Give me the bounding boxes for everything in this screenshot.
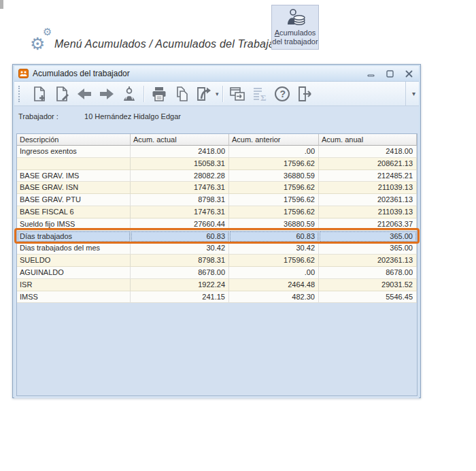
employee-search-button[interactable] (118, 84, 139, 104)
print-button[interactable] (148, 84, 169, 104)
column-header-acum-actual[interactable]: Acum. actual (131, 134, 229, 146)
table-row[interactable]: ISR1922.242464.4829031.52 (17, 279, 417, 291)
cell-actual: 28082.28 (131, 170, 229, 182)
svg-text:?: ? (280, 88, 286, 99)
column-header-acum-anual[interactable]: Acum. anual (319, 134, 417, 146)
table-row[interactable]: IMSS241.15482.305546.45 (17, 291, 417, 304)
cell-anual: 202361.13 (319, 255, 417, 267)
table-row[interactable]: Sueldo fijo IMSS27660.4436880.59212063.3… (17, 218, 417, 231)
summary-button: Σ (250, 84, 271, 104)
cell-desc: ISR (17, 279, 131, 291)
worker-line: Trabajador : 10 Hernández Hidalgo Edgar (18, 112, 181, 120)
cell-anterior: 60.83 (229, 231, 319, 243)
cell-anterior: 36880.59 (229, 170, 319, 182)
app-icon (18, 69, 29, 78)
app-window: Acumulados del trabajador (12, 64, 421, 398)
cell-desc: BASE FISCAL 6 (17, 206, 131, 218)
new-record-button[interactable] (29, 84, 50, 104)
cell-anterior: .00 (229, 146, 319, 158)
window-controls (364, 69, 416, 78)
cell-anterior: 2464.48 (229, 279, 319, 291)
close-button[interactable] (403, 69, 415, 78)
ribbon-button-label-line1: Acumulados (275, 29, 316, 37)
next-button[interactable] (96, 84, 117, 104)
cell-anual: 5546.45 (319, 291, 417, 304)
minimize-button[interactable] (364, 69, 377, 78)
cell-desc: BASE GRAV. IMS (17, 170, 131, 182)
cell-desc: BASE GRAV. ISN (17, 182, 131, 194)
cell-anterior: 17596.62 (229, 255, 319, 267)
cell-anterior: 482.30 (229, 291, 319, 304)
cell-actual: 30.42 (131, 242, 229, 255)
cell-actual: 2418.00 (131, 146, 229, 158)
table-row[interactable]: SUELDO8798.3117596.62202361.13 (17, 255, 417, 267)
table-row[interactable]: Dias trabajados del mes30.4230.42365.00 (17, 242, 417, 255)
cell-anual: 212063.37 (319, 218, 417, 231)
previous-button[interactable] (73, 84, 95, 104)
toolbar-grip[interactable] (18, 86, 22, 102)
cell-desc: SUELDO (17, 255, 131, 267)
ribbon-button-label-line2: del trabajador (272, 37, 318, 46)
acumulados-del-trabajador-button[interactable]: Acumulados del trabajador (271, 5, 319, 50)
cell-actual: 8798.31 (131, 255, 229, 267)
table-header: Descripción Acum. actual Acum. anterior … (17, 134, 417, 146)
help-button[interactable]: ? (272, 84, 293, 104)
cell-actual: 27660.44 (131, 218, 229, 231)
table-row[interactable]: BASE GRAV. IMS28082.2836880.59212485.21 (17, 170, 417, 182)
table-row[interactable]: AGUINALDO8678.00.008678.00 (17, 267, 417, 279)
toolbar-separator (143, 86, 144, 102)
cell-actual: 1922.24 (131, 279, 229, 291)
cell-anterior: 30.42 (229, 242, 319, 255)
cell-anual: 365.00 (319, 242, 417, 255)
cell-actual: 60.83 (131, 231, 229, 243)
cell-anterior: 17596.62 (229, 194, 319, 206)
cell-anual: 211039.13 (319, 182, 417, 194)
breadcrumb: Menú Acumulados / Acumulados del Trabaja… (54, 38, 291, 50)
table-row[interactable]: BASE FISCAL 617476.3117596.62211039.13 (17, 206, 417, 218)
worker-value: 10 Hernández Hidalgo Edgar (84, 112, 181, 120)
cell-anual: 208621.13 (319, 158, 417, 170)
table-row[interactable]: BASE GRAV. ISN17476.3117596.62211039.13 (17, 182, 417, 194)
maximize-button[interactable] (384, 69, 396, 78)
table-body: Ingresos exentos2418.00.002418.0015058.3… (17, 146, 417, 303)
cell-anual: 29031.52 (319, 279, 417, 291)
export-dropdown-caret[interactable]: ▾ (216, 91, 219, 97)
cell-desc: Dias trabajados del mes (17, 242, 131, 255)
edit-record-button[interactable] (51, 84, 72, 104)
cell-anual: 212485.21 (319, 170, 417, 182)
toolbar: ▾ Σ ? (14, 82, 419, 106)
toolbar-overflow-button[interactable]: ▾ (405, 82, 415, 105)
window-title: Acumulados del trabajador (33, 69, 364, 78)
table-row[interactable]: 15058.3117596.62208621.13 (17, 158, 417, 170)
acumulados-table: Descripción Acum. actual Acum. anterior … (16, 133, 418, 396)
cell-actual: 8678.00 (131, 267, 229, 279)
copy-button[interactable] (171, 84, 192, 104)
cell-actual: 241.15 (131, 291, 229, 304)
person-coins-icon (283, 8, 307, 29)
table-row[interactable]: Ingresos exentos2418.00.002418.00 (17, 146, 417, 158)
cell-anual: 8678.00 (319, 267, 417, 279)
data-transfer-button[interactable] (227, 84, 248, 104)
cell-anterior: 17596.62 (229, 158, 319, 170)
cell-anual: 2418.00 (319, 146, 417, 158)
column-header-acum-anterior[interactable]: Acum. anterior (229, 134, 319, 146)
cell-anual: 211039.13 (319, 206, 417, 218)
cell-anterior: .00 (229, 267, 319, 279)
cell-desc: IMSS (17, 291, 131, 304)
table-row[interactable]: Días trabajados60.8360.83365.00 (17, 231, 417, 243)
column-header-descripcion[interactable]: Descripción (17, 134, 131, 146)
cell-anual: 202361.13 (319, 194, 417, 206)
toolbar-separator (222, 86, 223, 102)
cell-desc (17, 158, 131, 170)
export-button[interactable] (193, 84, 214, 104)
svg-text:Σ: Σ (260, 93, 267, 103)
cell-anterior: 17596.62 (229, 206, 319, 218)
window-titlebar[interactable]: Acumulados del trabajador (14, 66, 419, 82)
cell-desc: AGUINALDO (17, 267, 131, 279)
cell-anterior: 17596.62 (229, 182, 319, 194)
table-row[interactable]: BASE GRAV. PTU8798.3117596.62202361.13 (17, 194, 417, 206)
cell-desc: Ingresos exentos (17, 146, 131, 158)
cell-actual: 8798.31 (131, 194, 229, 206)
exit-button[interactable] (294, 84, 316, 104)
cell-desc: Días trabajados (17, 231, 131, 243)
